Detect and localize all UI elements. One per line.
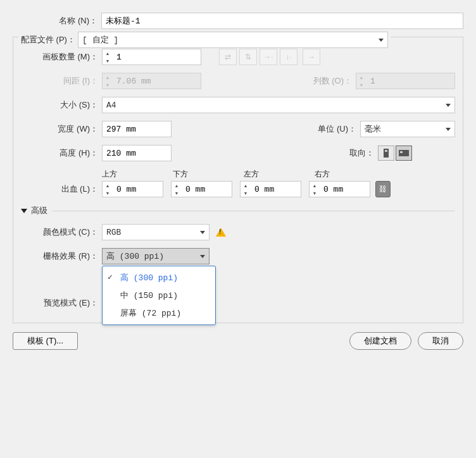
- raster-option-label: 中 (150 ppi): [120, 291, 178, 300]
- svg-rect-3: [400, 151, 403, 153]
- link-icon: ⛓: [379, 185, 387, 194]
- color-mode-select[interactable]: RGB: [102, 224, 210, 240]
- new-document-dialog: 名称 (N)： 配置文件 (P)： [ 自定 ] 画板数量 (M)： ▲ ▼: [13, 13, 463, 350]
- disclosure-triangle-icon: [21, 209, 27, 213]
- profile-legend: 配置文件 (P)： [ 自定 ]: [18, 32, 391, 48]
- spacing-label: 间距 (I)：: [21, 75, 102, 87]
- bleed-left-h: 左方: [244, 169, 315, 180]
- spinner-up-icon: ▲: [103, 73, 113, 81]
- units-label: 单位 (U)：: [318, 123, 360, 135]
- width-row: 宽度 (W)： 单位 (U)： 毫米: [21, 121, 455, 137]
- width-label: 宽度 (W)：: [21, 123, 102, 135]
- artboard-count-label: 画板数量 (M)：: [21, 51, 102, 63]
- spinner-down-icon[interactable]: ▼: [310, 189, 320, 197]
- spinner-up-icon[interactable]: ▲: [103, 182, 113, 189]
- artboard-count-row: 画板数量 (M)： ▲ ▼ ⇄ ⇅ →· ↓· →: [21, 49, 455, 65]
- raster-option-screen[interactable]: 屏幕 (72 ppi): [103, 304, 215, 322]
- width-input[interactable]: [102, 121, 172, 137]
- name-label: 名称 (N)：: [13, 15, 101, 27]
- cancel-button[interactable]: 取消: [418, 332, 463, 350]
- columns-label: 列数 (O)：: [313, 75, 356, 87]
- spacing-spinner: ▲ ▼: [102, 73, 201, 89]
- raster-value: 高 (300 ppi): [106, 251, 164, 262]
- bleed-bottom-spinner[interactable]: ▲▼: [171, 181, 232, 197]
- color-mode-value: RGB: [106, 228, 121, 237]
- profile-value: [ 自定 ]: [82, 34, 118, 46]
- artboard-layout-group: ⇄ ⇅ →· ↓·: [219, 49, 298, 65]
- bleed-row: 出血 (L)： ▲▼ ▲▼ ▲▼ ▲▼ ⛓: [21, 181, 455, 197]
- advanced-label: 高级: [31, 205, 47, 216]
- raster-label: 栅格效果 (R)：: [21, 251, 102, 262]
- raster-option-high[interactable]: ✓ 高 (300 ppi): [103, 269, 215, 287]
- raster-option-label: 高 (300 ppi): [120, 273, 178, 283]
- chevron-down-icon: [379, 39, 384, 42]
- bleed-top-input[interactable]: [113, 181, 163, 197]
- spinner-up-icon[interactable]: ▲: [241, 182, 251, 189]
- size-value: A4: [106, 101, 116, 110]
- size-row: 大小 (S)： A4: [21, 97, 455, 113]
- orient-group: [378, 145, 412, 161]
- chevron-down-icon: [200, 255, 205, 258]
- raster-select[interactable]: 高 (300 ppi): [102, 248, 210, 264]
- spinner-up-icon[interactable]: ▲: [172, 182, 182, 189]
- svg-rect-1: [385, 150, 387, 152]
- grid-col-icon: ⇅: [239, 49, 257, 65]
- bleed-left-spinner[interactable]: ▲▼: [240, 181, 301, 197]
- create-button[interactable]: 创建文档: [349, 332, 411, 350]
- bleed-label: 出血 (L)：: [21, 181, 102, 195]
- height-row: 高度 (H)： 取向：: [21, 145, 455, 161]
- spinner-down-icon: ▼: [356, 81, 366, 89]
- spacing-row: 间距 (I)： ▲ ▼ 列数 (O)： ▲ ▼: [21, 73, 455, 89]
- bleed-right-input[interactable]: [320, 181, 370, 197]
- bleed-headers: 上方 下方 左方 右方: [21, 169, 455, 181]
- template-button[interactable]: 模板 (T)...: [13, 332, 78, 350]
- units-select[interactable]: 毫米: [360, 121, 455, 137]
- height-label: 高度 (H)：: [21, 147, 102, 159]
- bleed-bottom-h: 下方: [173, 169, 244, 180]
- grid-row-icon: ⇄: [219, 49, 237, 65]
- name-input[interactable]: [101, 13, 463, 29]
- height-input[interactable]: [102, 145, 172, 161]
- raster-dropdown: ✓ 高 (300 ppi) 中 (150 ppi) 屏幕 (72 ppi): [102, 266, 216, 325]
- portrait-icon: [382, 148, 391, 158]
- button-bar: 模板 (T)... 创建文档 取消: [13, 332, 463, 350]
- bleed-bottom-input[interactable]: [182, 181, 232, 197]
- profile-select[interactable]: [ 自定 ]: [78, 32, 388, 48]
- bleed-left-input[interactable]: [251, 181, 301, 197]
- rtl-icon: →: [303, 49, 320, 65]
- warning-icon: [216, 228, 226, 237]
- bleed-link-button[interactable]: ⛓: [375, 181, 391, 197]
- color-mode-row: 颜色模式 (C)： RGB: [21, 224, 455, 240]
- spinner-down-icon[interactable]: ▼: [103, 189, 113, 197]
- color-mode-label: 颜色模式 (C)：: [21, 226, 102, 238]
- profile-label: 配置文件 (P)：: [21, 34, 75, 46]
- size-label: 大小 (S)：: [21, 99, 102, 111]
- chevron-down-icon: [446, 128, 451, 131]
- spinner-down-icon[interactable]: ▼: [103, 57, 113, 65]
- spinner-down-icon: ▼: [103, 81, 113, 89]
- size-select[interactable]: A4: [102, 97, 455, 113]
- spinner-down-icon[interactable]: ▼: [241, 189, 251, 197]
- artboard-count-input[interactable]: [113, 49, 201, 65]
- arrange-down-icon: ↓·: [280, 49, 298, 65]
- orient-portrait-button[interactable]: [378, 145, 394, 161]
- bleed-right-h: 右方: [315, 169, 385, 180]
- columns-input: [366, 73, 455, 89]
- orient-landscape-button[interactable]: [396, 145, 412, 161]
- bleed-top-spinner[interactable]: ▲▼: [102, 181, 163, 197]
- check-icon: ✓: [108, 272, 113, 282]
- artboard-count-spinner[interactable]: ▲ ▼: [102, 49, 201, 65]
- raster-option-medium[interactable]: 中 (150 ppi): [103, 287, 215, 304]
- landscape-icon: [398, 149, 410, 158]
- advanced-toggle[interactable]: 高级: [21, 205, 455, 216]
- spinner-up-icon[interactable]: ▲: [310, 182, 320, 189]
- bleed-right-spinner[interactable]: ▲▼: [309, 181, 370, 197]
- orient-label: 取向：: [349, 147, 378, 159]
- name-row: 名称 (N)：: [13, 13, 463, 29]
- spinner-up-icon[interactable]: ▲: [103, 49, 113, 57]
- chevron-down-icon: [200, 231, 205, 234]
- profile-fieldset: 配置文件 (P)： [ 自定 ] 画板数量 (M)： ▲ ▼ ⇄ ⇅ →· ↓·: [13, 37, 463, 323]
- arrange-right-icon: →·: [260, 49, 277, 65]
- spinner-up-icon: ▲: [356, 73, 366, 81]
- spinner-down-icon[interactable]: ▼: [172, 189, 182, 197]
